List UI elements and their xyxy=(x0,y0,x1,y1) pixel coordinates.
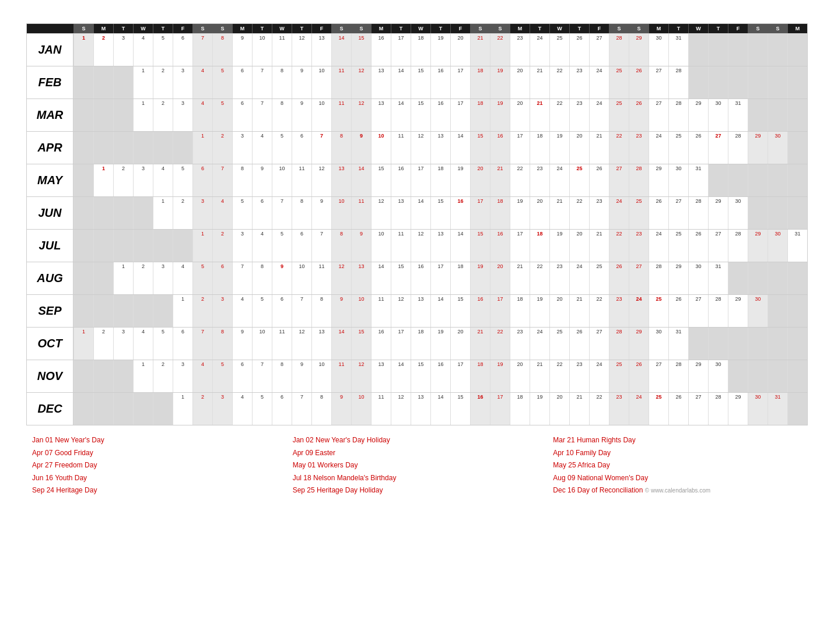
day-cell: 16 xyxy=(391,164,411,196)
day-number: 24 xyxy=(537,329,542,335)
day-cell: 29 xyxy=(728,393,748,425)
day-cell: 24 xyxy=(549,164,569,196)
day-number: 24 xyxy=(537,35,542,41)
day-number: 13 xyxy=(437,133,443,139)
day-cell: 9 xyxy=(252,164,272,196)
day-cell: 27 xyxy=(668,197,688,229)
day-cell: 6 xyxy=(292,230,311,262)
days-row-jul: 1234567891011121314151617181920212223242… xyxy=(73,230,807,262)
day-number: 15 xyxy=(418,68,423,74)
day-cell: 29 xyxy=(668,262,688,294)
day-number: 8 xyxy=(320,296,323,302)
day-number: 10 xyxy=(279,166,285,172)
day-number: 11 xyxy=(358,198,364,205)
day-cell: 4 xyxy=(153,164,173,196)
day-cell: 22 xyxy=(530,262,549,294)
day-number: 3 xyxy=(181,100,184,107)
days-row-may: 1234567891011121314151617181920212223242… xyxy=(73,164,807,196)
day-cell: 24 xyxy=(589,99,609,131)
day-number: 1 xyxy=(201,133,204,139)
day-cell: 13 xyxy=(311,328,331,360)
day-number: 1 xyxy=(142,100,145,107)
month-label-may: MAY xyxy=(27,164,73,196)
day-cell: 13 xyxy=(411,295,430,327)
day-cell: 23 xyxy=(629,132,649,164)
day-number: 29 xyxy=(735,296,741,302)
day-cell: 24 xyxy=(530,328,549,360)
day-cell: 3 xyxy=(212,393,232,425)
day-number: 21 xyxy=(537,68,542,74)
day-number: 9 xyxy=(340,296,343,302)
day-cell: 15 xyxy=(450,393,470,425)
holiday-item: Jun 16 Youth Day xyxy=(32,472,281,485)
day-header-7: S xyxy=(212,24,232,33)
day-cell: 26 xyxy=(668,393,688,425)
holiday-item: Mar 21 Human Rights Day xyxy=(553,434,802,447)
day-number: 16 xyxy=(437,361,443,368)
day-cell: 10 xyxy=(351,295,371,327)
day-cell: 2 xyxy=(93,34,113,66)
holiday-item: Jan 02 New Year's Day Holiday xyxy=(293,434,542,447)
day-cell xyxy=(787,197,807,229)
day-number: 14 xyxy=(398,68,404,74)
day-number: 19 xyxy=(497,100,503,107)
day-cell: 25 xyxy=(668,132,688,164)
day-cell xyxy=(73,164,93,196)
day-cell: 7 xyxy=(252,360,272,392)
day-cell: 18 xyxy=(411,34,430,66)
day-number: 12 xyxy=(378,198,384,205)
day-number: 22 xyxy=(556,361,562,368)
day-number: 8 xyxy=(281,361,283,368)
day-number: 24 xyxy=(596,68,602,74)
day-number: 14 xyxy=(338,329,344,335)
day-cell: 16 xyxy=(470,295,490,327)
day-number: 17 xyxy=(517,231,523,237)
day-cell: 16 xyxy=(450,197,470,229)
day-number: 22 xyxy=(517,166,523,172)
day-number: 2 xyxy=(201,394,204,400)
day-cell: 4 xyxy=(133,34,153,66)
day-cell: 9 xyxy=(272,262,292,294)
day-number: 9 xyxy=(281,263,283,270)
day-number: 18 xyxy=(517,394,523,400)
day-number: 4 xyxy=(241,296,244,302)
day-header-24: W xyxy=(549,24,569,33)
day-cell: 18 xyxy=(470,99,490,131)
day-cell: 22 xyxy=(569,197,589,229)
day-cell: 1 xyxy=(73,328,93,360)
day-cell: 14 xyxy=(450,230,470,262)
day-number: 31 xyxy=(675,329,681,335)
day-cell xyxy=(113,295,133,327)
day-number: 1 xyxy=(142,361,145,368)
day-cell: 26 xyxy=(688,230,708,262)
day-cell: 11 xyxy=(331,66,351,98)
day-cell: 9 xyxy=(351,132,371,164)
day-number: 29 xyxy=(636,35,642,41)
day-cell: 30 xyxy=(728,197,748,229)
day-cell: 18 xyxy=(510,393,530,425)
day-cell: 18 xyxy=(470,66,490,98)
day-header-11: T xyxy=(292,24,311,33)
day-cell: 7 xyxy=(311,230,331,262)
day-cell: 26 xyxy=(629,99,649,131)
day-header-15: M xyxy=(371,24,391,33)
day-cell xyxy=(708,66,728,98)
day-cell: 6 xyxy=(272,393,292,425)
day-cell: 26 xyxy=(629,360,649,392)
month-label-mar: MAR xyxy=(27,99,73,131)
day-cell xyxy=(173,132,192,164)
day-cell: 8 xyxy=(311,393,331,425)
month-row-sep: SEP1234567891011121314151617181920212223… xyxy=(27,294,807,327)
day-number: 29 xyxy=(675,263,681,270)
day-header-18: T xyxy=(430,24,450,33)
day-number: 26 xyxy=(695,133,701,139)
day-cell: 28 xyxy=(668,99,688,131)
day-header-2: T xyxy=(113,24,133,33)
day-number: 10 xyxy=(338,198,344,205)
day-cell: 2 xyxy=(153,360,173,392)
month-label-dec: DEC xyxy=(27,393,73,425)
day-number: 21 xyxy=(537,361,542,368)
day-number: 8 xyxy=(281,100,283,107)
day-number: 17 xyxy=(497,296,503,302)
holidays-col1: Jan 01 New Year's DayApr 07 Good FridayA… xyxy=(26,434,287,497)
